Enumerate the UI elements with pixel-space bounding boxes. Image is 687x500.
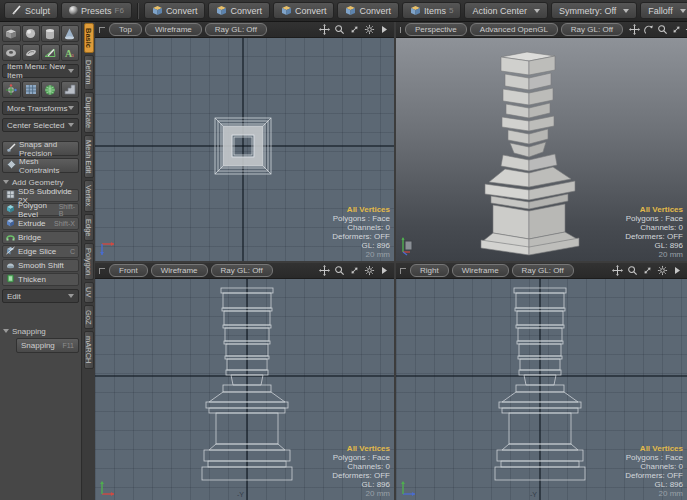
tool-edge-slice[interactable]: Edge Slice C [2,245,79,258]
shading-mode-button[interactable]: Wireframe [145,23,202,36]
pivot-tool-button[interactable] [2,81,21,98]
tab-deform[interactable]: Deform [84,55,94,90]
viewport-right-canvas[interactable]: -Y All Vertices Polygons : Face Channels… [396,278,687,500]
chevron-down-icon [68,106,74,110]
viewport-corner-icon[interactable] [99,268,105,274]
cube-icon [410,5,421,17]
stairs-tool-button[interactable] [61,81,80,98]
mesh-sphere-tool-button[interactable] [41,81,60,98]
item-menu-dropdown[interactable]: Item Menu: New Item [2,64,79,78]
pan-icon[interactable] [629,24,640,36]
viewport-menu-icon[interactable] [378,265,390,277]
edit-dropdown[interactable]: Edit [2,289,79,303]
action-center-button[interactable]: Action Center [464,2,548,19]
viewport-perspective[interactable]: Perspective Advanced OpenGL Ray GL: Off [396,22,687,261]
zoom-icon[interactable] [333,24,345,36]
viewport-front-header: Front Wireframe Ray GL: Off [95,263,394,279]
array-tool-button[interactable] [22,81,41,98]
tab-goz[interactable]: GoZ [84,305,94,330]
more-transforms-dropdown[interactable]: More Transforms [2,101,79,115]
tool-polygon-bevel[interactable]: Polygon Bevel Shift-B [2,203,79,216]
view-type-button[interactable]: Perspective [405,23,467,36]
viewport-menu-icon[interactable] [671,265,683,277]
chevron-down-icon [68,294,74,298]
tab-vertex[interactable]: Vertex [84,180,94,211]
tab-duplicate[interactable]: Duplicate [84,92,94,133]
tab-uv[interactable]: UV [84,282,94,302]
add-geometry-section-header[interactable]: Add Geometry [3,177,79,187]
items-button[interactable]: Items 5 [402,2,461,19]
tab-edge[interactable]: Edge [84,214,94,242]
view-type-button[interactable]: Right [410,264,449,277]
convert-button-4[interactable]: Convert [337,2,399,19]
raygl-button[interactable]: Ray GL: Off [211,264,273,277]
orbit-icon[interactable] [643,24,654,36]
sphere-tool-button[interactable] [22,25,41,42]
tool-extrude[interactable]: Extrude Shift-X [2,217,79,230]
resize-icon[interactable] [348,24,360,36]
viewport-menu-icon[interactable] [378,24,390,36]
raygl-button[interactable]: Ray GL: Off [205,23,267,36]
zoom-icon[interactable] [333,265,345,277]
tool-thicken[interactable]: Thicken [2,273,79,286]
viewport-corner-icon[interactable] [400,27,401,33]
viewport-corner-icon[interactable] [400,268,406,274]
raygl-button[interactable]: Ray GL: Off [561,23,623,36]
mesh-constraints-button[interactable]: Mesh Constraints [2,158,79,173]
ellipsoid-tool-button[interactable] [22,44,41,61]
convert-button-1[interactable]: Convert [144,2,206,19]
bridge-icon [6,232,15,243]
falloff-button[interactable]: Falloff [640,2,687,19]
tool-smooth-shift[interactable]: Smooth Shift [2,259,79,272]
cube-icon [345,5,356,17]
tab-mesh-edit[interactable]: Mesh Edit [84,135,94,178]
presets-button[interactable]: Presets F6 [61,2,132,19]
sculpt-button[interactable]: Sculpt [4,2,58,19]
text-tool-button[interactable]: Aa [61,44,80,61]
snapping-button[interactable]: Snapping F11 [16,338,79,353]
polygon-bevel-icon [6,204,15,215]
cone-tool-button[interactable] [61,25,80,42]
shading-mode-button[interactable]: Advanced OpenGL [470,23,558,36]
zoom-icon[interactable] [657,24,668,36]
pen-tool-button[interactable] [41,44,60,61]
snapping-section-header[interactable]: Snapping [3,326,79,336]
viewport-info: All Vertices Polygons : Face Channels: 0… [332,444,390,498]
resize-icon[interactable] [671,24,682,36]
cube-icon [281,5,292,17]
viewport-perspective-canvas[interactable]: All Vertices Polygons : Face Channels: 0… [396,37,687,261]
convert-button-2[interactable]: Convert [208,2,270,19]
gear-icon[interactable] [656,265,668,277]
shading-mode-button[interactable]: Wireframe [452,264,509,277]
pan-icon[interactable] [318,24,330,36]
snaps-precision-button[interactable]: Snaps and Precision [2,141,79,156]
tab-basic[interactable]: Basic [84,23,94,53]
gear-icon[interactable] [363,265,375,277]
convert-button-3[interactable]: Convert [273,2,335,19]
resize-icon[interactable] [348,265,360,277]
pan-icon[interactable] [611,265,623,277]
symmetry-button[interactable]: Symmetry: Off [551,2,637,19]
raygl-button[interactable]: Ray GL: Off [512,264,574,277]
view-type-button[interactable]: Top [109,23,142,36]
pan-icon[interactable] [318,265,330,277]
cube-tool-button[interactable] [2,25,21,42]
tab-polygon[interactable]: Polygon [84,243,94,280]
viewport-corner-icon[interactable] [99,27,105,33]
zoom-icon[interactable] [626,265,638,277]
cylinder-tool-button[interactable] [41,25,60,42]
viewport-top[interactable]: Top Wireframe Ray GL: Off [95,22,394,261]
tab-march[interactable]: mARCH [84,331,94,369]
viewport-front-canvas[interactable]: -Y All Vertices Polygons : Face Channels… [95,278,394,500]
viewport-right[interactable]: Right Wireframe Ray GL: Off [396,263,687,500]
viewport-front[interactable]: Front Wireframe Ray GL: Off [95,263,394,500]
tool-bridge[interactable]: Bridge [2,231,79,244]
viewport-top-canvas[interactable]: All Vertices Polygons : Face Channels: 0… [95,37,394,261]
torus-tool-button[interactable] [2,44,21,61]
gear-icon[interactable] [363,24,375,36]
shading-mode-button[interactable]: Wireframe [151,264,208,277]
resize-icon[interactable] [641,265,653,277]
view-type-button[interactable]: Front [109,264,148,277]
chevron-down-icon [680,9,686,13]
center-selected-dropdown[interactable]: Center Selected [2,118,79,132]
